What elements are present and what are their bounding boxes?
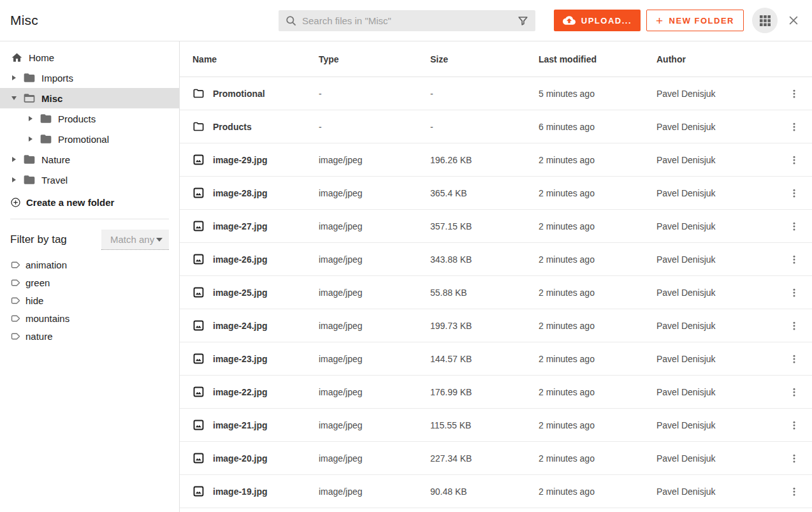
tag-item[interactable]: green [0, 274, 179, 291]
name-cell[interactable]: image-24.jpg [192, 319, 319, 332]
row-actions-menu-button[interactable] [787, 186, 802, 201]
table-row[interactable]: image-27.jpg image/jpeg 357.15 KB 2 minu… [180, 210, 812, 243]
sidebar-item-home[interactable]: Home [0, 47, 179, 68]
modified-cell: 2 minutes ago [539, 155, 656, 165]
author-cell: Pavel Denisjuk [656, 155, 776, 165]
table-row[interactable]: image-23.jpg image/jpeg 144.57 KB 2 minu… [180, 342, 812, 376]
column-header-modified[interactable]: Last modified [539, 54, 656, 64]
table-row[interactable]: image-29.jpg image/jpeg 196.26 KB 2 minu… [180, 143, 812, 177]
table-row[interactable]: image-22.jpg image/jpeg 176.99 KB 2 minu… [180, 376, 812, 409]
search-icon [285, 15, 297, 27]
name-cell[interactable]: image-23.jpg [192, 353, 319, 365]
row-actions-menu-button[interactable] [787, 451, 802, 466]
chevron-right-icon[interactable] [27, 116, 34, 121]
author-cell: Pavel Denisjuk [656, 420, 776, 430]
name-cell[interactable]: image-19.jpg [192, 485, 319, 497]
tag-label: nature [25, 331, 53, 342]
table-row[interactable]: Promotional - - 5 minutes ago Pavel Deni… [180, 77, 812, 110]
sidebar-divider [10, 219, 169, 219]
table-row[interactable]: image-25.jpg image/jpeg 55.88 KB 2 minut… [180, 276, 812, 309]
row-actions-menu-button[interactable] [787, 418, 802, 433]
column-header-name[interactable]: Name [192, 54, 319, 64]
chevron-right-icon[interactable] [10, 177, 18, 182]
modified-cell: 2 minutes ago [539, 321, 656, 331]
table-row[interactable]: image-20.jpg image/jpeg 227.34 KB 2 minu… [180, 442, 812, 475]
size-cell: 55.88 KB [430, 288, 539, 298]
row-actions-menu-button[interactable] [787, 384, 802, 400]
row-actions-menu-button[interactable] [787, 152, 802, 168]
tag-item[interactable]: hide [0, 291, 179, 309]
folder-icon [23, 153, 36, 166]
type-cell: image/jpeg [319, 354, 430, 364]
name-cell[interactable]: image-29.jpg [192, 154, 319, 166]
tag-item[interactable]: mountains [0, 309, 179, 327]
search-box[interactable] [279, 10, 535, 31]
new-folder-button[interactable]: + NEW FOLDER [646, 10, 744, 31]
modified-cell: 2 minutes ago [539, 387, 656, 397]
modified-cell: 6 minutes ago [539, 122, 656, 132]
name-cell[interactable]: image-21.jpg [192, 419, 319, 431]
filter-icon[interactable] [517, 15, 529, 27]
search-input[interactable] [302, 15, 517, 26]
sidebar-item-nature[interactable]: Nature [0, 149, 179, 170]
table-row[interactable]: image-24.jpg image/jpeg 199.73 KB 2 minu… [180, 309, 812, 342]
tag-match-mode-select[interactable]: Match any [101, 230, 169, 250]
sidebar-item-imports[interactable]: Imports [0, 68, 179, 88]
table-row[interactable]: Products - - 6 minutes ago Pavel Denisju… [180, 110, 812, 143]
sidebar-item-misc[interactable]: Misc [0, 88, 179, 108]
column-header-author[interactable]: Author [656, 54, 776, 64]
column-header-type[interactable]: Type [319, 54, 430, 64]
chevron-right-icon[interactable] [10, 157, 18, 162]
sidebar-item-products[interactable]: Products [0, 108, 179, 129]
type-cell: - [319, 122, 430, 132]
row-actions-menu-button[interactable] [787, 285, 802, 300]
tag-item[interactable]: animation [0, 256, 179, 274]
top-bar: Misc UPLOAD... [0, 0, 812, 41]
kebab-menu-icon [788, 287, 800, 298]
row-actions-menu-button[interactable] [787, 119, 802, 135]
table-row[interactable]: image-26.jpg image/jpeg 343.88 KB 2 minu… [180, 243, 812, 276]
name-cell[interactable]: image-26.jpg [192, 253, 319, 265]
kebab-menu-icon [788, 88, 800, 99]
column-header-size[interactable]: Size [430, 54, 539, 64]
table-row[interactable]: image-21.jpg image/jpeg 115.55 KB 2 minu… [180, 409, 812, 442]
row-actions-menu-button[interactable] [787, 351, 802, 367]
row-actions-menu-button[interactable] [787, 86, 802, 101]
close-button[interactable] [785, 12, 802, 29]
name-cell[interactable]: image-27.jpg [192, 220, 319, 232]
author-cell: Pavel Denisjuk [656, 221, 776, 231]
image-file-icon [192, 353, 205, 365]
tag-list: animation green [0, 256, 179, 345]
size-cell: - [430, 122, 539, 132]
row-actions-menu-button[interactable] [787, 484, 802, 499]
tag-item[interactable]: nature [0, 327, 179, 345]
row-actions-menu-button[interactable] [787, 219, 802, 234]
author-cell: Pavel Denisjuk [656, 254, 776, 265]
name-cell[interactable]: image-28.jpg [192, 187, 319, 199]
file-name: image-19.jpg [213, 486, 268, 497]
table-row[interactable]: image-19.jpg image/jpeg 90.48 KB 2 minut… [180, 475, 812, 508]
sidebar-item-travel[interactable]: Travel [0, 170, 179, 190]
folder-icon [192, 121, 205, 133]
image-file-icon [192, 452, 205, 464]
name-cell[interactable]: image-22.jpg [192, 386, 319, 398]
table-view-toggle-button[interactable] [752, 8, 778, 33]
row-actions-menu-button[interactable] [787, 252, 802, 267]
sidebar-item-promotional[interactable]: Promotional [0, 129, 179, 149]
name-cell[interactable]: Products [192, 121, 319, 133]
name-cell[interactable]: image-25.jpg [192, 286, 319, 298]
chevron-down-icon[interactable] [10, 96, 18, 100]
create-folder-label: Create a new folder [26, 197, 114, 208]
name-cell[interactable]: Promotional [192, 87, 319, 99]
tag-label: hide [25, 295, 43, 306]
row-actions-menu-button[interactable] [787, 318, 802, 333]
create-folder-button[interactable]: Create a new folder [0, 192, 179, 212]
image-file-icon [192, 253, 205, 265]
upload-button[interactable]: UPLOAD... [554, 10, 641, 31]
name-cell[interactable]: image-20.jpg [192, 452, 319, 464]
table-row[interactable]: image-28.jpg image/jpeg 365.4 KB 2 minut… [180, 177, 812, 210]
chevron-right-icon[interactable] [27, 136, 34, 142]
size-cell: 115.55 KB [430, 420, 539, 430]
chevron-right-icon[interactable] [10, 75, 18, 80]
folder-icon [40, 133, 52, 145]
